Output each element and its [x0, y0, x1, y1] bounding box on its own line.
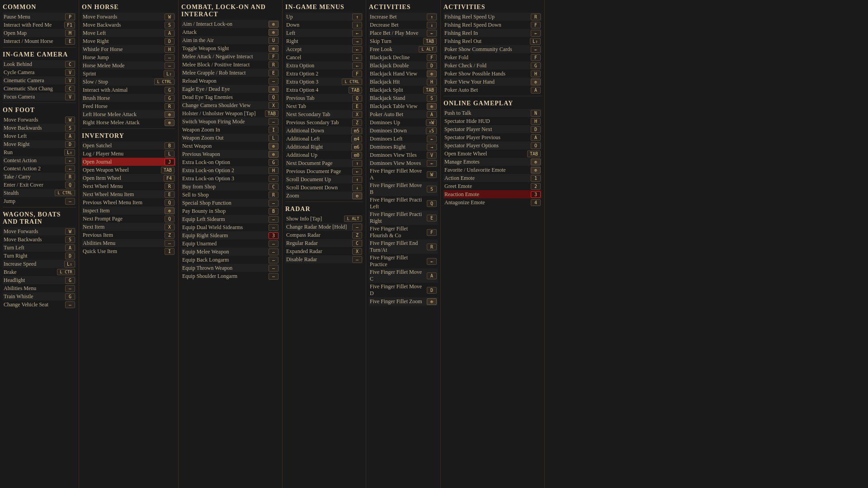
list-item: Dominoes Right → [369, 143, 438, 151]
list-item: Interact with Feed Me F1 [3, 21, 76, 29]
column-common: Common Pause Menu P Interact with Feed M… [0, 0, 79, 488]
list-item: Down ↓ [285, 21, 363, 29]
list-item: Brush Horse G [82, 94, 175, 102]
list-item: Next Wheel Menu Item E [82, 190, 175, 198]
list-item: Open Emote Wheel TAB [443, 150, 542, 158]
list-item: Blackjack Hand View ⊕ [369, 70, 438, 78]
list-item: Move Backwards S [3, 124, 76, 132]
list-item: Spectator Player Previous A [443, 133, 542, 141]
list-item: Left Horse Melee Attack ⊕ [82, 110, 175, 118]
list-item: Equip Left Sidearm — [181, 215, 279, 223]
list-item: Open Item Wheel F4 [82, 174, 175, 182]
column-combat: Combat, Lock-On and Interact Aim / Inter… [179, 0, 283, 488]
list-item: Eagle Eye / Dead Eye ⊕ [181, 85, 279, 93]
list-item: Previous Weapon ⊕ [181, 150, 279, 158]
list-item: Context Action 2 ← [3, 164, 76, 173]
list-item: Five Finger Fillet Zoom ⊕ [369, 297, 438, 305]
list-item: Move Forwards W [82, 13, 175, 21]
list-item: Previous Tab Q [285, 94, 363, 102]
list-item: Right → [285, 37, 363, 45]
list-item: Additional Down ⊞5 [285, 127, 363, 135]
list-item: Increase Speed L⇧ [3, 260, 76, 268]
list-item: Additional Left ⊞4 [285, 135, 363, 143]
list-item: Enter / Exit Cover Q [3, 181, 76, 189]
list-item: Free Look L ALT [369, 45, 438, 53]
section-common: Common [3, 4, 76, 11]
list-item: Next Tab E [285, 102, 363, 110]
list-item: Next Secondary Tab X [285, 110, 363, 118]
list-item: Extra Lock-on Option G [181, 158, 279, 166]
list-item: Five Finger Fillet Flourish & Co F [369, 225, 438, 239]
list-item: Focus Camera V [3, 93, 76, 101]
list-item: Poker Show Possible Hands H [443, 70, 542, 78]
list-item: Abilities Menu — [82, 239, 175, 247]
list-item: Five Finger Fillet Practi Left Q [369, 196, 438, 211]
list-item: Headlight G [3, 276, 76, 284]
list-item: Action Emote 1 [443, 174, 542, 182]
list-item: Decrease Bet ↓ [369, 21, 438, 29]
list-item: Change Radar Mode [Hold] — [285, 223, 363, 231]
list-item: Extra Option ← [285, 61, 363, 70]
list-item: Expanded Radar X [285, 247, 363, 255]
list-item: Buy from Shop C [181, 183, 279, 191]
list-item: Spectator Player Options O [443, 141, 542, 150]
list-item: Scroll Document Down ↓ [285, 183, 363, 192]
list-item: Extra Option 2 F [285, 70, 363, 78]
list-item: Cinematic Shot Chang C [3, 84, 76, 93]
list-item: Next Wheel Menu R [82, 182, 175, 190]
list-item: Previous Item Z [82, 231, 175, 239]
list-item: Aim / Interact Lock-on ⊕ [181, 20, 279, 28]
list-item: Blackjack Table View ⊕ [369, 102, 438, 110]
list-item: Equip Thrown Weapon — [181, 264, 279, 272]
list-item: Interact / Mount Horse E [3, 37, 76, 45]
list-item: Poker Fold F [443, 53, 542, 61]
list-item: Holster / Unholster Weapon [Tap] TAB [181, 109, 279, 117]
list-item: Toggle Weapon Sight ⊕ [181, 44, 279, 52]
list-item: Switch Weapon Firing Mode — [181, 117, 279, 126]
list-item: Dominoes Left ← [369, 135, 438, 143]
list-item: Cinematic Camera V [3, 76, 76, 84]
list-item: Blackjack Double D [369, 61, 438, 70]
list-item: Blackjack Hit H [369, 78, 438, 86]
section-onfoot: On Foot [3, 107, 76, 114]
list-item: Equip Back Longarm — [181, 256, 279, 264]
list-item: Extra Lock-on Option 2 H [181, 166, 279, 174]
list-item: Five Finger Fillet Move C A [369, 268, 438, 283]
reaction-emote-row: Reaction Emote 3 [443, 190, 542, 198]
list-item: Additional Up ⊞0 [285, 151, 363, 159]
list-item: Run L⇧ [3, 148, 76, 156]
list-item: Slow / Stop L CTRL [82, 78, 175, 86]
list-item: Move Backwards S [82, 21, 175, 29]
list-item: Sprint L⇧ [82, 70, 175, 78]
open-journal-row: Open Journal J [82, 158, 175, 166]
list-item: Greet Emote 2 [443, 182, 542, 190]
list-item: Favorite / Unfavorite Emote ⊕ [443, 166, 542, 174]
list-item: Train Whistle G [3, 292, 76, 300]
list-item: Move Backwards S [3, 235, 76, 244]
list-item: Extra Option 4 TAB [285, 86, 363, 94]
list-item: Open Satchel B [82, 141, 175, 150]
list-item: Equip Melee Weapon — [181, 248, 279, 256]
list-item: Zoom ⊕ [285, 192, 363, 200]
list-item: Spectator Hide HUD H [443, 117, 542, 125]
list-item: Whistle For Horse H [82, 45, 175, 53]
list-item: Poker Check / Fold G [443, 61, 542, 70]
list-item: Pause Menu P [3, 13, 76, 21]
column-menus: In-Game Menus Up ↑ Down ↓ Left ← Right →… [283, 0, 366, 488]
list-item: Five Finger Fillet Practi Right E [369, 211, 438, 225]
list-item: Quick Use Item I [82, 247, 175, 255]
list-item: Dominoes View Moves ← [369, 159, 438, 167]
list-item: Turn Right D [3, 252, 76, 260]
list-item: Melee Block / Positive Interact R [181, 61, 279, 69]
list-item: Move Forwards W [3, 227, 76, 235]
list-item: Cycle Camera V [3, 68, 76, 76]
list-item: Inspect Item ⊕ [82, 206, 175, 215]
list-item: Previous Document Page ← [285, 167, 363, 175]
list-item: Up ↑ [285, 13, 363, 21]
list-item: Manage Emotes ⊕ [443, 158, 542, 166]
list-item: Cancel ← [285, 53, 363, 61]
list-item: Move Left A [3, 132, 76, 140]
list-item: Change Camera Shoulder View X [181, 101, 279, 109]
list-item: Fishing Reel Speed Up R [443, 13, 542, 21]
list-item: Move Right D [82, 37, 175, 45]
